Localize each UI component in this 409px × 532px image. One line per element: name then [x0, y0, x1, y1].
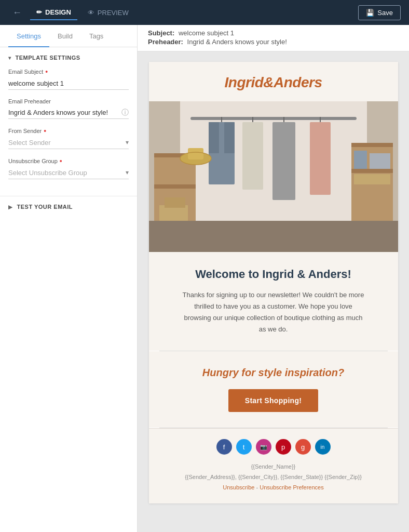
email-meta-bar: Subject: welcome subject 1 Preheader: In… [138, 25, 409, 51]
email-body-text: Thanks for signing up to our newsletter!… [180, 289, 367, 335]
cta-headline: Hungry for style inspiration? [159, 367, 388, 379]
tab-tags[interactable]: Tags [81, 25, 112, 47]
unsubscribe-group-label: Unsubscribe Group • [8, 157, 129, 165]
pinterest-social-icon[interactable]: p [276, 439, 291, 455]
preheader-meta-value: Ingrid & Anders knows your style! [187, 38, 287, 46]
from-sender-select[interactable]: Select Sender [8, 137, 129, 149]
from-sender-select-wrapper: Select Sender [8, 137, 129, 149]
footer-sender-name: {{Sender_Name}} [159, 462, 388, 472]
info-icon[interactable]: ⓘ [121, 108, 129, 117]
from-sender-label: From Sender • [8, 127, 129, 135]
email-cta-section: Hungry for style inspiration? Start Shop… [149, 351, 398, 428]
email-preheader-label: Email Preheader [8, 98, 129, 104]
email-preview: Ingrid&Anders [149, 62, 398, 503]
email-subject-label: Email Subject • [8, 68, 129, 75]
svg-rect-25 [354, 151, 367, 169]
email-subject-input[interactable] [8, 77, 129, 90]
top-navigation: ← ✏ DESIGN 👁 PREVIEW 💾 Save [0, 0, 409, 25]
subject-meta-value: welcome subject 1 [179, 29, 234, 37]
svg-rect-5 [154, 184, 196, 189]
test-email-section[interactable]: ▶ TEST YOUR EMAIL [0, 196, 137, 217]
unsubscribe-link[interactable]: Unsubscribe [223, 484, 254, 490]
svg-rect-2 [149, 221, 398, 252]
back-button[interactable]: ← [8, 5, 26, 20]
required-indicator: • [45, 68, 48, 75]
tab-settings[interactable]: Settings [8, 25, 49, 47]
social-icons-row: f t 📷 p g in [159, 439, 388, 455]
email-footer: f t 📷 p g in {{Sender_Name}} {{Sender_Ad… [149, 428, 398, 503]
email-header: Ingrid&Anders [149, 62, 398, 101]
preview-icon: 👁 [88, 9, 94, 17]
tab-build[interactable]: Build [49, 25, 81, 47]
chevron-right-icon: ▶ [8, 204, 13, 210]
brand-ampersand: & [263, 74, 274, 90]
email-preview-wrapper: Ingrid&Anders [138, 51, 409, 514]
email-preview-area: Subject: welcome subject 1 Preheader: In… [138, 25, 409, 532]
footer-sender-address: {{Sender_Address}}, {{Sender_City}}, {{S… [159, 472, 388, 483]
unsubscribe-group-select[interactable]: Select Unsubscribe Group [8, 167, 129, 179]
save-button[interactable]: 💾 Save [358, 5, 401, 20]
cta-button[interactable]: Start Shopping! [228, 389, 319, 412]
sidebar: Settings Build Tags ▾ TEMPLATE SETTINGS … [0, 25, 138, 532]
required-indicator: • [60, 157, 62, 165]
chevron-down-icon: ▾ [8, 55, 11, 61]
svg-rect-24 [165, 197, 185, 208]
template-settings-header[interactable]: ▾ TEMPLATE SETTINGS [0, 47, 137, 68]
unsubscribe-prefs-link[interactable]: Unsubscribe Preferences [260, 484, 324, 490]
svg-rect-19 [310, 122, 331, 195]
facebook-social-icon[interactable]: f [216, 439, 232, 455]
brand-name-part2: Anders [274, 74, 322, 90]
brand-logo: Ingrid&Anders [159, 74, 388, 91]
email-subject-field: Email Subject • [8, 68, 129, 90]
hero-svg [149, 101, 398, 252]
email-preheader-input-wrapper: ⓘ [8, 107, 129, 119]
required-indicator: • [44, 127, 46, 135]
unsubscribe-group-select-wrapper: Select Unsubscribe Group [8, 167, 129, 179]
svg-rect-13 [224, 122, 235, 153]
email-hero-image [149, 101, 398, 252]
email-preheader-input[interactable] [8, 107, 121, 118]
preview-tab-button[interactable]: 👁 PREVIEW [81, 6, 135, 20]
twitter-social-icon[interactable]: t [236, 439, 252, 455]
svg-rect-12 [209, 122, 219, 153]
email-preheader-field: Email Preheader ⓘ [8, 98, 129, 119]
preheader-meta-row: Preheader: Ingrid & Anders knows your st… [148, 38, 399, 46]
footer-unsubscribe-links: Unsubscribe - Unsubscribe Preferences [159, 483, 388, 493]
svg-rect-9 [190, 117, 357, 120]
back-icon: ← [12, 7, 22, 18]
instagram-social-icon[interactable]: 📷 [256, 439, 271, 455]
svg-rect-7 [351, 143, 393, 147]
preheader-meta-label: Preheader: [148, 38, 183, 46]
svg-rect-15 [242, 122, 263, 190]
svg-rect-8 [351, 169, 393, 173]
subject-meta-label: Subject: [148, 29, 174, 37]
svg-rect-17 [272, 122, 295, 200]
hero-image-placeholder [149, 101, 398, 252]
svg-rect-21 [188, 148, 203, 159]
svg-rect-26 [370, 153, 390, 169]
brand-name-part1: Ingrid [225, 74, 264, 90]
from-sender-field: From Sender • Select Sender [8, 127, 129, 149]
save-icon: 💾 [366, 9, 374, 17]
design-tab-button[interactable]: ✏ DESIGN [30, 5, 77, 20]
unsubscribe-group-field: Unsubscribe Group • Select Unsubscribe G… [8, 157, 129, 179]
google-social-icon[interactable]: g [295, 439, 311, 455]
svg-rect-27 [354, 174, 390, 184]
template-settings-form: Email Subject • Email Preheader ⓘ From S… [0, 68, 137, 196]
linkedin-social-icon[interactable]: in [315, 439, 331, 455]
main-layout: Settings Build Tags ▾ TEMPLATE SETTINGS … [0, 25, 409, 532]
design-icon: ✏ [36, 8, 42, 16]
sidebar-tabs: Settings Build Tags [0, 25, 137, 47]
email-body: Welcome to Ingrid & Anders! Thanks for s… [149, 252, 398, 351]
footer-address: {{Sender_Name}} {{Sender_Address}}, {{Se… [159, 462, 388, 493]
subject-meta-row: Subject: welcome subject 1 [148, 29, 399, 37]
email-headline: Welcome to Ingrid & Anders! [170, 268, 377, 281]
